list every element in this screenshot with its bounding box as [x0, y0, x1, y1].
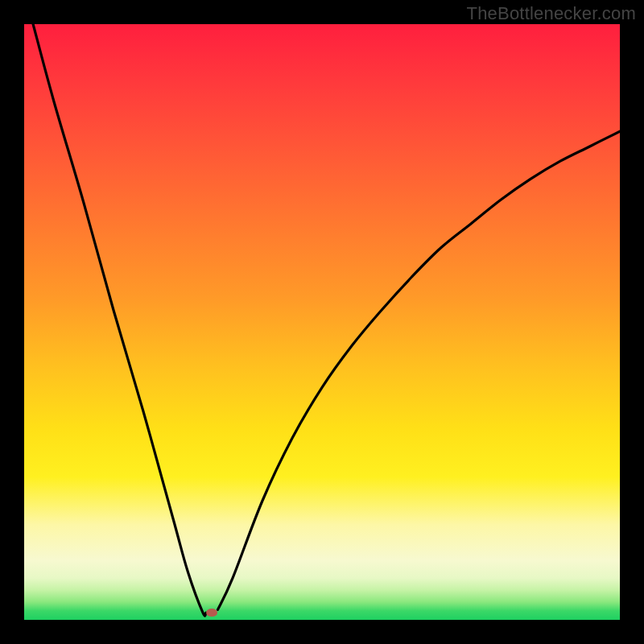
left-branch-curve: [33, 24, 206, 616]
chart-frame: TheBottlenecker.com: [0, 0, 644, 644]
marker-dot: [206, 609, 217, 617]
chart-svg: [24, 24, 620, 620]
right-branch-curve: [218, 131, 621, 609]
plot-area: [24, 24, 620, 620]
attribution-text: TheBottlenecker.com: [467, 3, 636, 24]
